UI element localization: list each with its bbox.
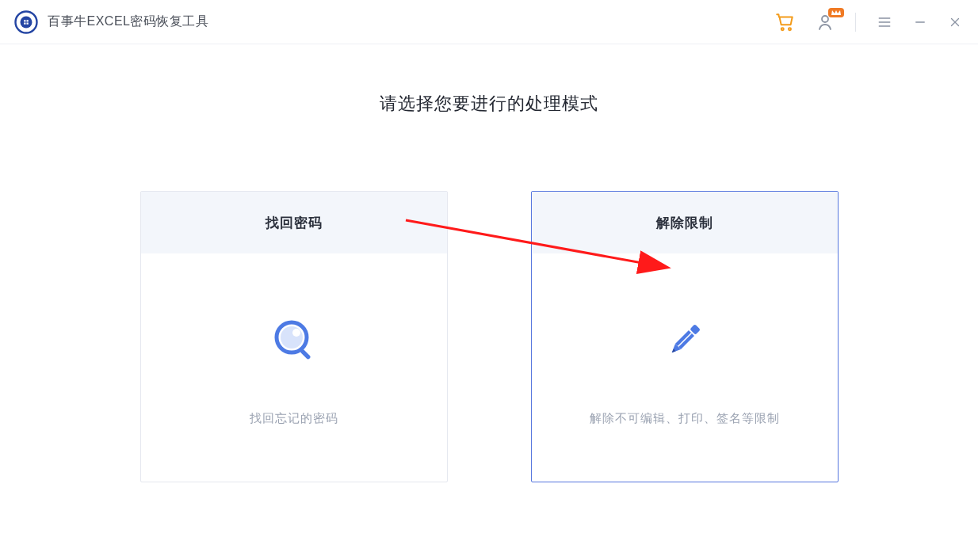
card-body: 解除不可编辑、打印、签名等限制	[532, 253, 838, 482]
account-icon[interactable]	[816, 13, 835, 32]
titlebar-left: 百事牛EXCEL密码恢复工具	[14, 10, 208, 34]
svg-rect-4	[24, 22, 25, 24]
svg-rect-2	[24, 20, 25, 21]
titlebar: 百事牛EXCEL密码恢复工具	[0, 0, 978, 44]
pencil-icon	[661, 316, 709, 364]
svg-rect-18	[300, 349, 311, 360]
svg-point-8	[822, 16, 828, 22]
menu-icon[interactable]	[877, 14, 892, 30]
main: 请选择您要进行的处理模式 找回密码 找回忘记的密码 解除限制	[0, 44, 978, 482]
mode-cards: 找回密码 找回忘记的密码 解除限制	[0, 191, 978, 482]
card-title: 解除限制	[532, 192, 838, 253]
card-remove-restriction[interactable]: 解除限制 解除不可编辑、打印、签名等限制	[531, 191, 839, 482]
vip-badge-icon	[828, 8, 844, 17]
card-title: 找回密码	[141, 192, 447, 253]
svg-rect-5	[27, 22, 29, 24]
close-button[interactable]	[948, 15, 962, 29]
app-title: 百事牛EXCEL密码恢复工具	[48, 13, 208, 30]
svg-point-7	[789, 28, 791, 30]
card-body: 找回忘记的密码	[141, 253, 447, 482]
titlebar-divider	[855, 13, 856, 32]
page-heading: 请选择您要进行的处理模式	[0, 92, 978, 116]
app-logo	[14, 10, 38, 34]
svg-point-17	[292, 329, 300, 337]
svg-point-16	[281, 326, 303, 349]
svg-point-6	[781, 28, 784, 30]
cart-icon[interactable]	[774, 12, 795, 32]
card-desc: 找回忘记的密码	[250, 411, 338, 426]
titlebar-right	[774, 12, 962, 32]
card-desc: 解除不可编辑、打印、签名等限制	[590, 411, 780, 426]
card-recover-password[interactable]: 找回密码 找回忘记的密码	[140, 191, 448, 482]
svg-rect-3	[27, 20, 29, 21]
svg-point-1	[21, 16, 32, 28]
minimize-button[interactable]	[913, 15, 927, 29]
search-icon	[270, 316, 318, 364]
